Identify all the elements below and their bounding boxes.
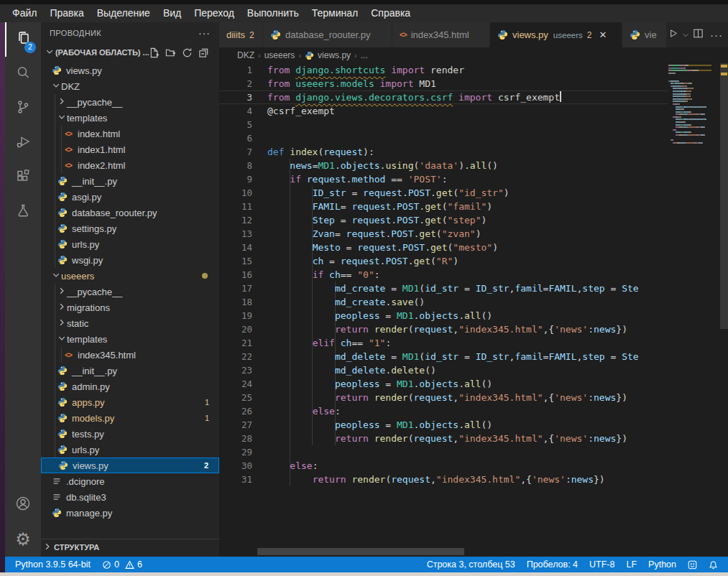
tree-item-wsgi-py[interactable]: wsgi.py	[41, 252, 219, 268]
code-line-3[interactable]: 3from django.views.decorators.csrf impor…	[219, 90, 668, 104]
code-line-8[interactable]: 8 news=MD1.objects.using('daata').all()	[219, 159, 668, 172]
code-line-1[interactable]: 1from django.shortcuts import render	[219, 63, 668, 77]
new-file-icon[interactable]	[149, 47, 160, 58]
code-line-27[interactable]: 27 peopless = MD1.objects.all()	[219, 418, 668, 432]
collapse-all-icon[interactable]	[198, 47, 209, 58]
split-icon[interactable]	[692, 27, 704, 42]
status-python-interpreter[interactable]: Python 3.9.5 64-bit	[9, 557, 96, 572]
tree-item-asgi-py[interactable]: asgi.py	[41, 189, 219, 205]
menu-item[interactable]: Правка	[43, 4, 90, 22]
tree-item-tests-py[interactable]: tests.py	[41, 426, 219, 442]
minimap[interactable]	[668, 63, 720, 557]
close-icon[interactable]: ✕	[599, 29, 607, 40]
tree-item-database-roouter-py[interactable]: database_roouter.py	[41, 205, 219, 220]
tree-item-apps-py[interactable]: apps.py1	[41, 394, 219, 410]
tree-item-models-py[interactable]: models.py1	[41, 410, 219, 426]
menu-item[interactable]: Переход	[188, 4, 241, 22]
tree-item-index345-html[interactable]: <>index345.html	[41, 347, 219, 363]
explorer-more-actions[interactable]: ···	[198, 27, 211, 39]
menu-item[interactable]: Выделение	[91, 4, 157, 22]
status-feedback[interactable]	[682, 557, 703, 572]
breadcrumb-item[interactable]: useeers	[264, 50, 295, 60]
tree-item-urls-py[interactable]: urls.py	[41, 236, 219, 252]
breadcrumb-item[interactable]: DKZ	[237, 50, 254, 60]
tree-item--init-py[interactable]: __init__.py	[41, 363, 219, 378]
refresh-icon[interactable]	[182, 47, 193, 58]
outline-section-header[interactable]: СТРУКТУРА	[41, 539, 219, 554]
tab-views-py[interactable]: views.pyuseeers2✕	[490, 22, 622, 47]
code-line-9[interactable]: 9 if request.method == 'POST':	[219, 172, 668, 186]
activitybar-source-control[interactable]	[5, 91, 41, 126]
tree-item-index2-html[interactable]: <>index2.html	[41, 157, 219, 173]
tree-folder-static[interactable]: static	[41, 315, 219, 331]
tree-folder--pycache-[interactable]: __pycache__	[41, 94, 219, 110]
code-line-23[interactable]: 23 md_delete.delete()	[219, 363, 668, 377]
code-editor[interactable]: 1from django.shortcuts import render2fro…	[219, 63, 728, 557]
code-line-30[interactable]: 30 else:	[219, 459, 668, 473]
menu-item[interactable]: Выполнить	[241, 4, 305, 22]
code-line-19[interactable]: 19 peopless = MD1.objects.all()	[219, 309, 668, 322]
code-line-12[interactable]: 12 Step = request.POST.get("step")	[219, 213, 668, 227]
tree-folder-templates[interactable]: templates	[41, 331, 219, 347]
code-line-22[interactable]: 22 md_delete = MD1(id_str = ID_str,famil…	[219, 350, 668, 363]
code-line-2[interactable]: 2from useeers.models import MD1	[219, 77, 668, 90]
code-line-17[interactable]: 17 md_create = MD1(id_str = ID_str,famil…	[219, 282, 668, 295]
tree-item--init-py[interactable]: __init__.py	[41, 173, 219, 189]
tree-item-manage-py[interactable]: manage.py	[41, 505, 219, 521]
tree-folder-dkz[interactable]: DKZ	[41, 78, 219, 94]
tree-item-settings-py[interactable]: settings.py	[41, 220, 219, 236]
code-line-29[interactable]: 29	[219, 445, 668, 459]
code-line-11[interactable]: 11 FAMIL= request.POST.get("famil")	[219, 200, 668, 213]
status-language-mode[interactable]: Python	[642, 557, 682, 572]
breadcrumb-item[interactable]: ...	[361, 50, 368, 60]
code-line-5[interactable]: 5	[219, 118, 668, 131]
status-cursor-position[interactable]: Строка 3, столбец 53	[421, 557, 521, 572]
tree-item-index1-html[interactable]: <>index1.html	[41, 141, 219, 157]
vertical-scrollbar[interactable]	[720, 63, 728, 557]
new-folder-icon[interactable]	[165, 47, 176, 58]
status-problems[interactable]: 06	[96, 557, 148, 572]
tree-item-db-sqlite3[interactable]: db.sqlite3	[41, 489, 219, 505]
activitybar-testing[interactable]	[5, 195, 41, 229]
tab-database-roouter-py[interactable]: database_roouter.py	[263, 22, 392, 47]
code-line-7[interactable]: 7def index(request):	[219, 145, 668, 159]
status-encoding[interactable]: UTF-8	[584, 557, 620, 572]
menu-item[interactable]: Терминал	[305, 4, 364, 22]
workspace-section-header[interactable]: (РАБОЧАЯ ОБЛАСТЬ) ...	[41, 44, 219, 61]
code-line-18[interactable]: 18 md_create.save()	[219, 295, 668, 309]
vertical-scrollbar-thumb[interactable]	[720, 63, 728, 329]
tree-folder--pycache-[interactable]: __pycache__	[41, 284, 219, 299]
code-line-28[interactable]: 28 return render(request,"index345.html"…	[219, 432, 668, 445]
tab-diiits[interactable]: diiits2	[219, 22, 263, 47]
code-line-20[interactable]: 20 return render(request,"index345.html"…	[219, 322, 668, 336]
code-line-10[interactable]: 10 ID_str = request.POST.get("id_str")	[219, 186, 668, 200]
tree-item-views-py[interactable]: views.py2	[41, 457, 219, 473]
tree-folder-templates[interactable]: templates	[41, 110, 219, 126]
code-line-31[interactable]: 31 return render(request,"index345.html"…	[219, 473, 668, 486]
code-line-13[interactable]: 13 Zvan= request.POST.get("zvan")	[219, 227, 668, 241]
code-line-14[interactable]: 14 Mesto = request.POST.get("mesto")	[219, 241, 668, 254]
tree-item-views-py[interactable]: views.py	[41, 62, 219, 78]
code-line-21[interactable]: 21 elif ch== "1":	[219, 336, 668, 350]
activitybar-account[interactable]	[5, 488, 41, 522]
menu-item[interactable]: Справка	[364, 4, 417, 22]
menu-item[interactable]: Файл	[6, 4, 43, 22]
code-line-25[interactable]: 25 return render(request,"index345.html"…	[219, 391, 668, 404]
code-scroll-region[interactable]: 1from django.shortcuts import render2fro…	[219, 63, 668, 557]
tree-item-admin-py[interactable]: admin.py	[41, 378, 219, 394]
activitybar-run-debug[interactable]	[5, 126, 41, 160]
code-line-4[interactable]: 4@csrf_exempt	[219, 104, 668, 118]
tree-item-urls-py[interactable]: urls.py	[41, 442, 219, 457]
code-line-24[interactable]: 24 peopless = MD1.objects.all()	[219, 377, 668, 391]
menu-item[interactable]: Вид	[157, 4, 188, 22]
horizontal-scrollbar[interactable]	[257, 548, 464, 555]
activitybar-extensions[interactable]	[5, 160, 41, 195]
breadcrumb-item[interactable]: views.py	[318, 50, 351, 60]
tab-vie[interactable]: vie	[622, 22, 667, 47]
code-line-15[interactable]: 15 ch = request.POST.get("R")	[219, 254, 668, 268]
activitybar-explorer[interactable]: 2	[5, 22, 41, 57]
tree-item-index-html[interactable]: <>index.html	[41, 126, 219, 141]
code-line-6[interactable]: 6	[219, 131, 668, 145]
tab-index345-html[interactable]: <>index345.html	[392, 22, 490, 47]
status-eol[interactable]: LF	[620, 557, 642, 572]
